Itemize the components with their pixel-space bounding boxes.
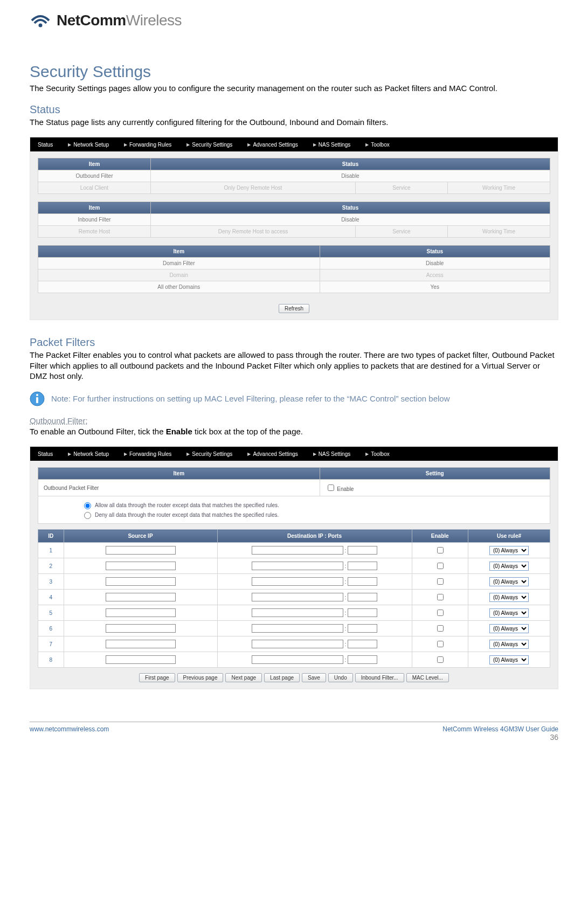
domain-status-table: ItemStatus Domain FilterDisable DomainAc… <box>38 245 550 293</box>
nav-network-setup[interactable]: ▶Network Setup <box>60 142 116 148</box>
svg-point-2 <box>36 394 38 396</box>
outbound-filter-heading: Outbound Filter: <box>30 416 558 425</box>
status-heading: Status <box>30 103 558 116</box>
table-row: 8 : (0) Always <box>38 652 550 668</box>
dest-port-input[interactable] <box>348 577 377 586</box>
dest-port-input[interactable] <box>348 562 377 570</box>
source-ip-input[interactable] <box>106 593 176 601</box>
dest-ip-input[interactable] <box>252 546 343 555</box>
chevron-right-icon: ▶ <box>365 142 369 147</box>
dest-port-input[interactable] <box>348 655 377 664</box>
rule-id: 8 <box>38 652 64 668</box>
dest-port-input[interactable] <box>348 546 377 555</box>
nav-forwarding-rules[interactable]: ▶Forwarding Rules <box>116 451 179 457</box>
packet-filters-desc: The Packet Filter enables you to control… <box>30 350 558 382</box>
radio-allow-label: Allow all data through the router except… <box>95 502 279 508</box>
use-rule-select[interactable]: (0) Always <box>489 546 529 555</box>
inbound-filter-button[interactable]: Inbound Filter... <box>355 673 404 682</box>
refresh-button[interactable]: Refresh <box>279 304 309 313</box>
radio-allow[interactable] <box>84 502 91 509</box>
rule-enable-checkbox[interactable] <box>437 594 444 600</box>
nav-forwarding-rules[interactable]: ▶Forwarding Rules <box>116 142 179 148</box>
rule-enable-checkbox[interactable] <box>437 610 444 616</box>
dest-ip-input[interactable] <box>252 562 343 570</box>
dest-port-input[interactable] <box>348 593 377 601</box>
rule-enable-checkbox[interactable] <box>437 563 444 569</box>
use-rule-select[interactable]: (0) Always <box>489 655 529 664</box>
rule-id: 1 <box>38 543 64 558</box>
dest-ip-input[interactable] <box>252 624 343 633</box>
last-page-button[interactable]: Last page <box>264 673 300 682</box>
info-icon <box>30 391 45 406</box>
dest-port-input[interactable] <box>348 608 377 617</box>
previous-page-button[interactable]: Previous page <box>177 673 224 682</box>
nav-advanced-settings[interactable]: ▶Advanced Settings <box>240 142 305 148</box>
rule-id: 3 <box>38 574 64 590</box>
next-page-button[interactable]: Next page <box>225 673 262 682</box>
rule-id: 2 <box>38 558 64 574</box>
dest-port-input[interactable] <box>348 624 377 633</box>
dest-ip-input[interactable] <box>252 655 343 664</box>
rule-id: 7 <box>38 636 64 652</box>
rule-enable-checkbox[interactable] <box>437 641 444 647</box>
source-ip-input[interactable] <box>106 655 176 664</box>
nav-security-settings[interactable]: ▶Security Settings <box>179 142 240 148</box>
dest-ip-input[interactable] <box>252 640 343 648</box>
enable-checkbox[interactable] <box>328 484 334 491</box>
source-ip-input[interactable] <box>106 640 176 648</box>
rule-id: 6 <box>38 621 64 636</box>
nav-advanced-settings[interactable]: ▶Advanced Settings <box>240 451 305 457</box>
save-button[interactable]: Save <box>302 673 326 682</box>
table-row: 5 : (0) Always <box>38 605 550 621</box>
undo-button[interactable]: Undo <box>328 673 353 682</box>
chevron-right-icon: ▶ <box>313 452 316 456</box>
svg-rect-3 <box>36 397 38 403</box>
nav-network-setup[interactable]: ▶Network Setup <box>60 451 116 457</box>
source-ip-input[interactable] <box>106 608 176 617</box>
chevron-right-icon: ▶ <box>124 142 127 147</box>
nav-toolbox[interactable]: ▶Toolbox <box>358 142 397 148</box>
use-rule-select[interactable]: (0) Always <box>489 562 529 571</box>
use-rule-select[interactable]: (0) Always <box>489 577 529 586</box>
chevron-right-icon: ▶ <box>313 142 316 147</box>
dest-ip-input[interactable] <box>252 608 343 617</box>
nav-security-settings[interactable]: ▶Security Settings <box>179 451 240 457</box>
source-ip-input[interactable] <box>106 577 176 586</box>
filter-mode-block: Allow all data through the router except… <box>38 496 550 524</box>
use-rule-select[interactable]: (0) Always <box>489 640 529 649</box>
status-panel: Status ▶Network Setup ▶Forwarding Rules … <box>30 137 558 320</box>
dest-ip-input[interactable] <box>252 577 343 586</box>
nav-status[interactable]: Status <box>30 142 60 148</box>
chevron-right-icon: ▶ <box>186 452 190 456</box>
footer: www.netcommwireless.com NetComm Wireless… <box>30 722 558 742</box>
chevron-right-icon: ▶ <box>247 452 251 456</box>
nav-nas-settings[interactable]: ▶NAS Settings <box>306 451 358 457</box>
table-row: 3 : (0) Always <box>38 574 550 590</box>
dest-ip-input[interactable] <box>252 593 343 601</box>
brand-header: NetCommWireless <box>30 11 558 30</box>
rule-id: 4 <box>38 590 64 605</box>
use-rule-select[interactable]: (0) Always <box>489 624 529 633</box>
dest-port-input[interactable] <box>348 640 377 648</box>
nav-nas-settings[interactable]: ▶NAS Settings <box>306 142 358 148</box>
svg-point-0 <box>39 24 43 27</box>
rule-enable-checkbox[interactable] <box>437 625 444 632</box>
first-page-button[interactable]: First page <box>139 673 175 682</box>
rule-enable-checkbox[interactable] <box>437 578 444 585</box>
radio-deny[interactable] <box>84 512 91 519</box>
source-ip-input[interactable] <box>106 562 176 570</box>
rule-enable-checkbox[interactable] <box>437 656 444 663</box>
wifi-icon <box>30 11 51 30</box>
page-title: Security Settings <box>30 63 558 81</box>
footer-url[interactable]: www.netcommwireless.com <box>30 725 109 742</box>
nav-toolbox[interactable]: ▶Toolbox <box>358 451 397 457</box>
nav-status[interactable]: Status <box>30 451 60 457</box>
use-rule-select[interactable]: (0) Always <box>489 608 529 618</box>
rule-enable-checkbox[interactable] <box>437 547 444 553</box>
use-rule-select[interactable]: (0) Always <box>489 593 529 602</box>
source-ip-input[interactable] <box>106 546 176 555</box>
mac-level-button[interactable]: MAC Level... <box>406 673 449 682</box>
source-ip-input[interactable] <box>106 624 176 633</box>
note-text: Note: For further instructions on settin… <box>51 394 450 403</box>
rule-id: 5 <box>38 605 64 621</box>
